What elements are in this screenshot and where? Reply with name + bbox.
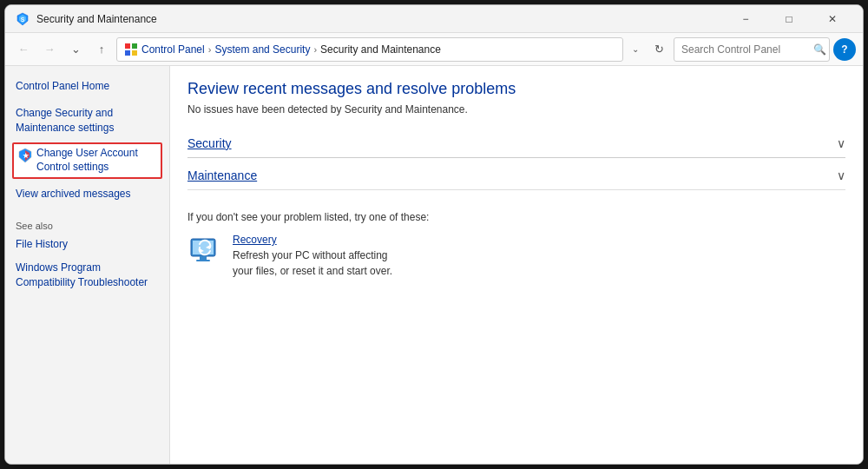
maintenance-chevron: ∨ (837, 168, 845, 182)
svg-rect-16 (196, 260, 210, 261)
sidebar-uac-highlight[interactable]: ★ Change User Account Control settings (12, 142, 162, 178)
search-input[interactable] (674, 37, 830, 62)
maintenance-section-header[interactable]: Maintenance ∨ (187, 162, 845, 190)
main-content: Control Panel Home Change Security and M… (5, 66, 863, 464)
control-panel-icon (124, 43, 138, 56)
breadcrumb-system-security[interactable]: System and Security (214, 43, 310, 56)
uac-icon: ★ (17, 148, 33, 163)
sidebar-uac-label: Change User Account Control settings (36, 147, 157, 174)
svg-rect-4 (132, 43, 137, 49)
recovery-icon (187, 234, 222, 268)
recovery-link[interactable]: Recovery (233, 234, 277, 246)
refresh-button[interactable]: ↻ (648, 38, 670, 61)
search-container: 🔍 (674, 37, 830, 62)
close-button[interactable]: ✕ (812, 5, 852, 33)
recovery-text: Recovery Refresh your PC without affecti… (233, 234, 392, 279)
up-button[interactable]: ↑ (90, 38, 113, 61)
sidebar-compat-troubleshooter[interactable]: Windows Program Compatibility Troublesho… (12, 258, 162, 293)
recovery-desc: Refresh your PC without affecting your f… (233, 248, 392, 279)
sidebar-cp-home[interactable]: Control Panel Home (12, 76, 162, 96)
content-area: winaero.com winaero.com winaero.com wina… (170, 66, 863, 464)
breadcrumb-sep-2: › (313, 44, 317, 55)
back-button[interactable]: ← (12, 38, 35, 61)
security-section-header[interactable]: Security ∨ (187, 129, 845, 158)
address-bar: ← → ⌄ ↑ Control Panel › System and Secur… (5, 33, 863, 66)
subtitle: No issues have been detected by Security… (187, 103, 845, 116)
maximize-button[interactable]: □ (769, 5, 809, 33)
window-title: Security and Maintenance (36, 13, 726, 25)
window-controls: − □ ✕ (726, 5, 852, 33)
security-chevron: ∨ (837, 136, 845, 150)
sidebar-file-history[interactable]: File History (12, 234, 162, 254)
recent-locations-button[interactable]: ⌄ (64, 38, 87, 61)
svg-text:S: S (21, 17, 25, 23)
svg-rect-15 (200, 256, 207, 260)
breadcrumb-control-panel[interactable]: Control Panel (141, 43, 205, 56)
sidebar: Control Panel Home Change Security and M… (5, 66, 170, 464)
security-title: Security (187, 136, 232, 150)
recovery-row: Recovery Refresh your PC without affecti… (187, 234, 845, 279)
svg-rect-5 (125, 50, 130, 56)
sidebar-change-settings[interactable]: Change Security and Maintenance settings (12, 103, 162, 138)
svg-rect-3 (125, 43, 130, 49)
sidebar-archived[interactable]: View archived messages (12, 184, 162, 204)
try-text: If you don't see your problem listed, tr… (187, 211, 845, 223)
title-bar: S Security and Maintenance − □ ✕ (5, 5, 863, 33)
help-button[interactable]: ? (833, 38, 856, 61)
maintenance-title: Maintenance (187, 168, 257, 182)
breadcrumb-sep-1: › (208, 44, 212, 55)
main-window: S Security and Maintenance − □ ✕ ← → ⌄ ↑… (4, 4, 864, 465)
forward-button[interactable]: → (38, 38, 61, 61)
breadcrumb-bar: Control Panel › System and Security › Se… (116, 37, 623, 62)
search-button[interactable]: 🔍 (813, 43, 826, 56)
svg-text:★: ★ (23, 152, 30, 160)
page-title: Review recent messages and resolve probl… (187, 80, 845, 98)
svg-rect-6 (132, 50, 137, 56)
window-icon: S (16, 12, 30, 26)
breadcrumb-current: Security and Maintenance (320, 43, 441, 56)
see-also-section: See also File History Windows Program Co… (12, 221, 162, 292)
minimize-button[interactable]: − (726, 5, 766, 33)
see-also-title: See also (16, 221, 159, 231)
breadcrumb-dropdown-button[interactable]: ⌄ (627, 37, 644, 62)
